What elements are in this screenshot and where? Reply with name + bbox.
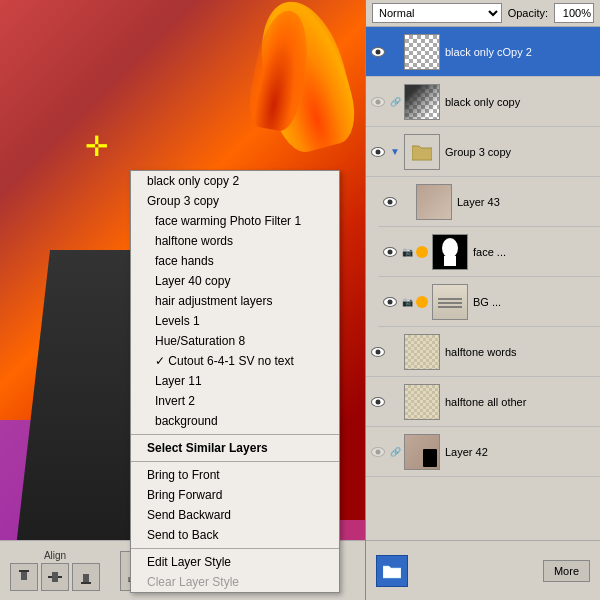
align-top-button[interactable]	[10, 563, 38, 591]
layer-badge	[416, 246, 428, 258]
context-menu-item-cutout[interactable]: Cutout 6-4-1 SV no text	[131, 351, 339, 371]
context-menu-item-face_hands[interactable]: face hands	[131, 251, 339, 271]
layer-name: black only copy	[442, 96, 596, 108]
context-menu-item-layer_11[interactable]: Layer 11	[131, 371, 339, 391]
layers-list: black only cOpy 2 🔗 black only copy ▼	[366, 27, 600, 540]
folder-icon	[412, 143, 432, 161]
layer-name: Group 3 copy	[442, 146, 596, 158]
layer-visibility-toggle[interactable]	[370, 394, 386, 410]
context-menu: black only copy 2Group 3 copyface warmin…	[130, 170, 340, 593]
layer-badge	[416, 296, 428, 308]
layer-lock	[388, 395, 402, 409]
context-menu-item-send_back[interactable]: Send to Back	[131, 525, 339, 545]
layer-lock: 🔗	[388, 445, 402, 459]
layer-name: Layer 42	[442, 446, 596, 458]
bg-lines	[436, 294, 464, 310]
layer-lock	[400, 195, 414, 209]
layer-thumbnail	[432, 284, 468, 320]
layer-thumbnail	[432, 234, 468, 270]
context-menu-item-bring_front[interactable]: Bring to Front	[131, 465, 339, 485]
eye-icon	[383, 197, 397, 207]
layer-lock: 🔗	[388, 95, 402, 109]
svg-rect-3	[52, 572, 58, 582]
layer-thumbnail	[404, 134, 440, 170]
layer-lock	[388, 345, 402, 359]
context-menu-item-bring_forward[interactable]: Bring Forward	[131, 485, 339, 505]
layer-item[interactable]: halftone all other	[366, 377, 600, 427]
opacity-label: Opacity:	[508, 7, 548, 19]
layer-item[interactable]: halftone words	[366, 327, 600, 377]
align-label: Align	[44, 550, 66, 561]
context-menu-item-select_similar[interactable]: Select Similar Layers	[131, 438, 339, 458]
svg-rect-0	[19, 570, 29, 572]
layers-folder-button[interactable]	[376, 555, 408, 587]
layer-item[interactable]: 🔗 black only copy	[366, 77, 600, 127]
svg-rect-5	[83, 574, 89, 582]
eye-icon	[371, 347, 385, 357]
context-menu-item-face_warming[interactable]: face warming Photo Filter 1	[131, 211, 339, 231]
eye-icon	[371, 47, 385, 57]
canvas-area: ✛ black only copy 2Group 3 copyface warm…	[0, 0, 365, 600]
menu-separator	[131, 461, 339, 462]
layer-name: black only cOpy 2	[442, 46, 596, 58]
eye-icon	[383, 297, 397, 307]
svg-point-13	[442, 238, 458, 258]
layer-visibility-toggle[interactable]	[370, 444, 386, 460]
context-menu-item-hair_adj[interactable]: hair adjustment layers	[131, 291, 339, 311]
layer-item[interactable]: black only cOpy 2	[366, 27, 600, 77]
layer-thumbnail	[404, 84, 440, 120]
layer-visibility-toggle[interactable]	[382, 294, 398, 310]
align-bottom-button[interactable]	[72, 563, 100, 591]
context-menu-item-halftone_words[interactable]: halftone words	[131, 231, 339, 251]
layer-visibility-toggle[interactable]	[370, 44, 386, 60]
layer-visibility-toggle[interactable]	[370, 344, 386, 360]
face-silhouette	[440, 238, 460, 266]
layer-visibility-toggle[interactable]	[382, 244, 398, 260]
opacity-input[interactable]	[554, 3, 594, 23]
folder-new-icon	[383, 563, 401, 579]
layer-item[interactable]: Layer 43	[378, 177, 600, 227]
layers-header: Normal Dissolve Multiply Screen Overlay …	[366, 0, 600, 27]
layer-item[interactable]: 📷 face ...	[378, 227, 600, 277]
more-button[interactable]: More	[543, 560, 590, 582]
layer-visibility-toggle[interactable]	[370, 144, 386, 160]
align-section: Align	[10, 550, 100, 591]
menu-separator	[131, 548, 339, 549]
context-menu-item-send_backward[interactable]: Send Backward	[131, 505, 339, 525]
layer-visibility-toggle[interactable]	[382, 194, 398, 210]
blend-mode-select[interactable]: Normal Dissolve Multiply Screen Overlay	[372, 3, 502, 23]
layer-thumbnail	[404, 384, 440, 420]
layer-name: halftone all other	[442, 396, 596, 408]
align-center-button[interactable]	[41, 563, 69, 591]
move-cursor: ✛	[85, 130, 108, 163]
menu-separator	[131, 434, 339, 435]
eye-icon	[371, 447, 385, 457]
layer-name: BG ...	[470, 296, 596, 308]
layer-lock: 📷	[400, 245, 414, 259]
align-buttons	[10, 563, 100, 591]
eye-icon	[371, 397, 385, 407]
context-menu-item-group_3_copy[interactable]: Group 3 copy	[131, 191, 339, 211]
context-menu-item-clear_layer_style: Clear Layer Style	[131, 572, 339, 592]
svg-rect-14	[444, 256, 456, 266]
context-menu-item-layer_40_copy[interactable]: Layer 40 copy	[131, 271, 339, 291]
layer-visibility-toggle[interactable]	[370, 94, 386, 110]
layer-thumbnail	[416, 184, 452, 220]
context-menu-item-invert_2[interactable]: Invert 2	[131, 391, 339, 411]
context-menu-item-hue_sat[interactable]: Hue/Saturation 8	[131, 331, 339, 351]
layer-item[interactable]: 🔗 Layer 42	[366, 427, 600, 477]
eye-icon	[371, 147, 385, 157]
eye-icon	[383, 247, 397, 257]
context-menu-item-black_only_copy_2[interactable]: black only copy 2	[131, 171, 339, 191]
svg-rect-4	[81, 582, 91, 584]
layer-thumbnail	[404, 334, 440, 370]
layer-thumbnail	[404, 434, 440, 470]
layer-item-group[interactable]: ▼ Group 3 copy	[366, 127, 600, 177]
context-menu-item-edit_layer_style[interactable]: Edit Layer Style	[131, 552, 339, 572]
context-menu-item-background[interactable]: background	[131, 411, 339, 431]
layer-lock: 📷	[400, 295, 414, 309]
context-menu-item-levels_1[interactable]: Levels 1	[131, 311, 339, 331]
layers-panel: Normal Dissolve Multiply Screen Overlay …	[365, 0, 600, 600]
layer-name: Layer 43	[454, 196, 596, 208]
layer-item[interactable]: 📷 BG ...	[378, 277, 600, 327]
